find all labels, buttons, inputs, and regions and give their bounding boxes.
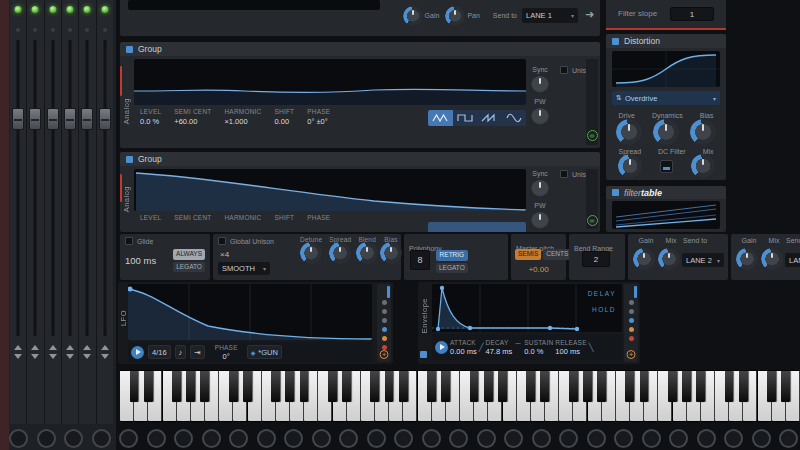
mixer-strip[interactable]	[79, 0, 95, 424]
lfo-rate-box[interactable]: 4/16	[148, 345, 171, 359]
mixer-knob[interactable]	[367, 429, 386, 448]
saw-wave-icon[interactable]	[477, 110, 502, 126]
envelope-slot-strip[interactable]: +	[624, 284, 638, 362]
lfo-display[interactable]	[128, 284, 372, 340]
slot-dot[interactable]	[629, 309, 634, 314]
pan-knob[interactable]	[448, 9, 462, 23]
piano-key-black[interactable]	[243, 371, 252, 402]
osc2-mode-tab[interactable]: Analog	[122, 98, 131, 124]
arrow-up-icon[interactable]	[66, 345, 74, 350]
mixer-knob[interactable]	[669, 429, 688, 448]
mixer-strip[interactable]	[97, 0, 113, 424]
mixer-strip[interactable]	[27, 0, 43, 424]
piano-key-black[interactable]	[739, 371, 748, 402]
mixer-knob[interactable]	[642, 429, 661, 448]
link-icon[interactable]: ∞	[587, 130, 598, 141]
fader-handle[interactable]	[47, 108, 59, 130]
unison-checkbox[interactable]	[560, 170, 568, 178]
mixer-knob[interactable]	[559, 429, 578, 448]
fader-handle[interactable]	[29, 108, 41, 130]
lfo-direction-icon[interactable]: ⇥	[190, 345, 204, 359]
attack-param[interactable]: ATTACK0.00 ms	[450, 339, 477, 356]
piano-key-black[interactable]	[370, 371, 379, 402]
mixer-knob[interactable]	[477, 429, 496, 448]
mixer-knob[interactable]	[779, 429, 798, 448]
arrow-up-icon[interactable]	[101, 345, 109, 350]
piano-key-black[interactable]	[385, 371, 394, 402]
distortion-curve-display[interactable]	[612, 51, 720, 87]
osc3-wave-selector[interactable]	[428, 222, 526, 232]
piano-key-black[interactable]	[540, 371, 549, 402]
legato-chip[interactable]: LEGATO	[436, 263, 468, 274]
piano-key-black[interactable]	[300, 371, 309, 402]
mixer-knob[interactable]	[37, 429, 56, 448]
lfo-trigger-dropdown[interactable]: ◆*GUN	[247, 345, 282, 359]
mixer-knob[interactable]	[614, 429, 633, 448]
filtertable-power-toggle[interactable]	[612, 189, 619, 196]
piano-key-black[interactable]	[640, 371, 649, 402]
mixer-knob[interactable]	[229, 429, 248, 448]
sync-knob[interactable]	[531, 76, 549, 94]
lfo-phase[interactable]: PHASE 0°	[215, 344, 238, 361]
gain-knob[interactable]	[739, 251, 755, 267]
piano-key-black[interactable]	[668, 371, 677, 402]
sustain-param[interactable]: SUSTAIN0.0 %	[524, 339, 553, 356]
release-param[interactable]: RELEASE100 ms	[555, 339, 586, 356]
arrow-down-icon[interactable]	[83, 354, 91, 359]
osc-param[interactable]: SEMI CENT	[174, 214, 211, 221]
osc-param[interactable]: LEVEL	[140, 214, 161, 221]
fader-handle[interactable]	[12, 108, 24, 130]
semis-tab[interactable]: SEMIS	[515, 249, 541, 260]
slot-dot[interactable]	[629, 318, 634, 323]
mix-knob[interactable]	[764, 251, 780, 267]
mixer-knob[interactable]	[202, 429, 221, 448]
piano-key-black[interactable]	[441, 371, 450, 402]
osc-param[interactable]: PHASE0° ±0°	[307, 108, 330, 126]
attack-curve-icon[interactable]: ╱	[479, 343, 484, 352]
piano-key-black[interactable]	[200, 371, 209, 402]
piano-key-black[interactable]	[328, 371, 337, 402]
glide-mode-legato[interactable]: LEGATO	[173, 262, 205, 273]
scrollbar-thumb[interactable]	[634, 286, 637, 298]
slot-dot[interactable]	[629, 327, 634, 332]
dynamics-knob[interactable]	[656, 122, 676, 142]
piano-key-black[interactable]	[682, 371, 691, 402]
gain-knob[interactable]	[406, 9, 420, 23]
slot-dot[interactable]	[629, 336, 634, 341]
mixer-knob[interactable]	[504, 429, 523, 448]
osc2-wave-display[interactable]	[134, 59, 526, 105]
arrow-down-icon[interactable]	[66, 354, 74, 359]
envelope-tab[interactable]: Envelope	[420, 298, 429, 333]
send-lane-dropdown[interactable]: LANE 1▾	[522, 8, 578, 23]
tempo-sync-icon[interactable]: ♪	[175, 345, 187, 359]
piano-key-black[interactable]	[725, 371, 734, 402]
detune-knob[interactable]	[303, 245, 319, 261]
scrollbar-thumb[interactable]	[387, 286, 390, 298]
slot-dot[interactable]	[382, 318, 387, 323]
mixer-knob[interactable]	[257, 429, 276, 448]
osc3-mode-tab[interactable]: Analog	[122, 186, 131, 212]
arrow-down-icon[interactable]	[14, 354, 22, 359]
piano-key-black[interactable]	[186, 371, 195, 402]
fader-handle[interactable]	[81, 108, 93, 130]
arrow-down-icon[interactable]	[31, 354, 39, 359]
global-unison-checkbox[interactable]	[218, 237, 226, 245]
retrig-chip[interactable]: RETRIG	[436, 250, 468, 261]
piano-keyboard[interactable]	[120, 370, 800, 422]
slot-dot[interactable]	[382, 327, 387, 332]
osc-param[interactable]: SHIFT0.00	[274, 108, 294, 126]
mix-knob[interactable]	[694, 157, 712, 175]
piano-key-black[interactable]	[285, 371, 294, 402]
envelope-display[interactable]: DELAY HOLD	[432, 284, 622, 332]
mixer-knob[interactable]	[697, 429, 716, 448]
mixer-knob[interactable]	[312, 429, 331, 448]
piano-key-black[interactable]	[399, 371, 408, 402]
cents-tab[interactable]: CENTS	[543, 249, 571, 260]
osc-param[interactable]: PHASE	[307, 214, 330, 221]
pulse-wave-icon[interactable]	[453, 110, 478, 126]
mixer-strip[interactable]	[10, 0, 26, 424]
mixer-knob[interactable]	[752, 429, 771, 448]
add-slot-button[interactable]: +	[627, 350, 636, 359]
bias-knob[interactable]	[383, 245, 399, 261]
envelope-power-toggle[interactable]	[420, 351, 427, 358]
